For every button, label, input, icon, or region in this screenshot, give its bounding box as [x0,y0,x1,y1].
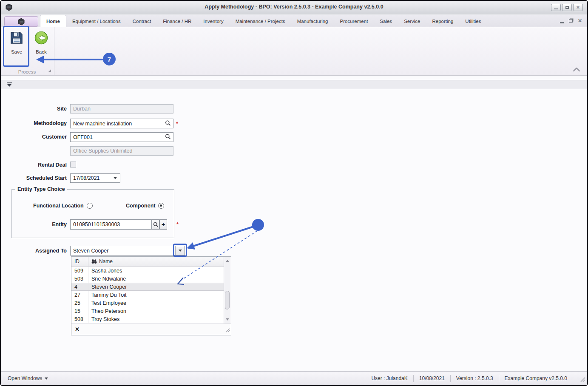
entity-add-button[interactable]: + [159,219,167,230]
entity-type-choice-group: Entity Type Choice Functional Location C… [11,189,174,238]
tab-finance-hr[interactable]: Finance / HR [157,15,197,27]
dropdown-button-highlight-box [173,244,187,257]
scroll-down-icon[interactable] [226,318,229,321]
maximize-button[interactable] [562,4,572,11]
rental-deal-label: Rental Deal [7,162,67,168]
open-windows-label: Open Windows [8,375,42,381]
window-title: Apply Methodology - BPO: Version 2.5.0.3… [1,4,587,10]
entity-search-button[interactable] [152,219,159,230]
functional-location-radio[interactable] [87,203,93,209]
status-date: 10/08/2021 [414,375,450,381]
list-item-selected[interactable]: 4Steven Cooper [71,283,224,291]
mdi-close-button[interactable]: ✕ [578,18,582,24]
methodology-label: Methodology [7,120,67,126]
methodology-search-icon[interactable] [165,120,171,127]
customer-value: OFF001 [73,134,93,140]
title-bar: Apply Methodology - BPO: Version 2.5.0.3… [1,1,587,14]
maximize-icon [565,6,569,9]
window-resize-grip[interactable] [580,377,585,383]
close-button[interactable]: ✕ [573,4,583,11]
dropdown-resize-grip[interactable] [225,326,230,334]
entity-label: Entity [7,221,67,227]
list-item[interactable]: 27Tammy Du Toit [71,291,224,299]
list-item[interactable]: 15Theo Peterson [71,307,224,315]
tab-inventory[interactable]: Inventory [197,15,229,27]
rental-deal-checkbox[interactable] [70,162,76,167]
scroll-thumb[interactable] [225,291,230,309]
ribbon-tab-row: Home Equipment / Locations Contract Fina… [1,15,587,27]
mdi-minimize-button[interactable] [560,18,564,24]
clear-selection-button[interactable]: ✕ [75,326,80,332]
callout-dot [252,219,264,231]
tab-procurement[interactable]: Procurement [334,15,374,27]
tab-utilities[interactable]: Utilities [459,15,487,27]
back-label: Back [36,49,47,54]
bpo-app-icon [17,18,25,26]
list-item[interactable]: 25Test Employee [71,299,224,307]
tab-equipment-locations[interactable]: Equipment / Locations [66,15,127,27]
methodology-field[interactable]: New machine installation [70,119,173,128]
assigned-to-dropdown-panel: ID Name 509Sasha Jones 503Sne Ndwalane 4… [71,256,231,335]
tab-home[interactable]: Home [40,15,66,27]
methodology-required-asterisk: * [176,120,178,127]
open-windows-dropdown-icon [45,377,48,380]
status-bar: Open Windows User : JulandaK 10/08/2021 … [1,371,587,385]
customer-search-icon[interactable] [165,133,171,141]
ribbon-collapse-icon[interactable] [573,66,580,74]
process-group-label: Process [3,69,51,74]
site-field: Durban [70,104,173,114]
pin-panel-icon[interactable] [7,82,12,87]
ribbon: Save Back Process [1,27,587,76]
methodology-value: New machine installation [73,121,132,127]
list-item[interactable]: 503Sne Ndwalane [71,275,224,283]
back-button[interactable]: Back [30,28,53,65]
tab-manufacturing[interactable]: Manufacturing [291,15,334,27]
mdi-minimize-icon [560,22,564,23]
application-menu-button[interactable] [4,16,38,27]
search-binoculars-icon [91,259,97,264]
column-header-name-label: Name [99,258,113,264]
assigned-to-value: Steven Cooper [73,248,108,254]
scroll-up-icon[interactable] [226,260,229,262]
status-user: User : JulandaK [366,375,413,381]
back-arrow-icon [34,31,48,45]
component-option[interactable]: Component [126,203,164,209]
step-number-badge: 7 [103,53,116,65]
assigned-to-label: Assigned To [7,248,67,254]
column-header-id[interactable]: ID [71,257,88,266]
dropdown-rows: 509Sasha Jones 503Sne Ndwalane 4Steven C… [71,267,224,324]
scheduled-start-dropdown-icon[interactable] [114,177,117,179]
functional-location-option[interactable]: Functional Location [33,203,93,209]
assigned-to-combo[interactable]: Steven Cooper [70,246,185,255]
entity-search-icon [153,222,159,227]
mdi-restore-button[interactable] [569,18,573,24]
open-windows-menu[interactable]: Open Windows [8,375,48,381]
scheduled-start-combo[interactable]: 17/08/2021 [70,173,120,183]
entity-required-asterisk: * [176,221,179,227]
status-company: Example Company v2.5.0.0 [499,375,573,381]
tab-service[interactable]: Service [398,15,426,27]
scheduled-start-value: 17/08/2021 [73,175,100,181]
tab-maintenance-projects[interactable]: Maintenance / Projects [230,15,291,27]
list-item[interactable]: 509Sasha Jones [71,267,224,275]
component-radio[interactable] [158,203,164,209]
list-item[interactable]: 508Troy Stokes [71,315,224,323]
dropdown-header-row: ID Name [71,257,224,267]
tab-contract[interactable]: Contract [127,15,157,27]
site-label: Site [7,106,67,112]
ribbon-tabs: Home Equipment / Locations Contract Fina… [40,15,487,27]
customer-field[interactable]: OFF001 [70,132,173,142]
application-window: Apply Methodology - BPO: Version 2.5.0.3… [0,0,588,386]
minimize-button[interactable] [551,4,561,11]
dropdown-scrollbar[interactable] [224,257,231,324]
entity-type-choice-legend: Entity Type Choice [15,186,67,192]
dialog-launcher-icon[interactable] [48,66,51,74]
close-icon: ✕ [576,6,579,10]
column-header-name[interactable]: Name [88,257,224,266]
mdi-restore-icon [569,19,573,23]
tab-sales[interactable]: Sales [374,15,398,27]
dropdown-footer: ✕ [71,324,231,335]
tab-reporting[interactable]: Reporting [426,15,459,27]
customer-label: Customer [7,134,67,140]
entity-field[interactable]: 0109501101530003 [70,219,152,230]
